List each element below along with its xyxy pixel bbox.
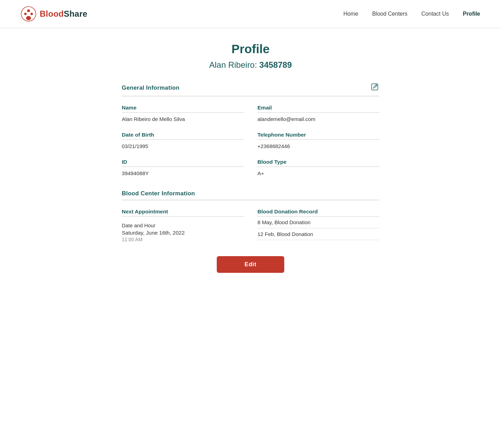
field-name: Name Alan Ribeiro de Mello Silva xyxy=(122,105,244,122)
pencil-icon xyxy=(371,83,379,91)
next-appointment-group: Next Appointment Date and Hour Saturday,… xyxy=(122,209,244,242)
dob-label: Date of Birth xyxy=(122,132,244,140)
user-id: 3458789 xyxy=(259,60,292,70)
edit-button[interactable]: Edit xyxy=(217,256,284,273)
blood-type-label: Blood Type xyxy=(257,159,379,167)
next-appointment-label: Next Appointment xyxy=(122,209,244,217)
page-title: Profile xyxy=(122,42,379,56)
appointment-subfield: Date and Hour Saturday, June 16th, 2022 … xyxy=(122,223,244,242)
blood-type-value: A+ xyxy=(257,170,379,176)
phone-value: +2368682446 xyxy=(257,142,379,149)
nav-item-contact-us[interactable]: Contact Us xyxy=(421,11,449,17)
field-phone: Telephone Number +2368682446 xyxy=(257,132,379,149)
navbar: BloodShare Home Blood Centers Contact Us… xyxy=(0,0,501,28)
donation-record-item-0: 8 May, Blood Donation xyxy=(257,219,379,228)
id-value: 39494088Y xyxy=(122,170,244,176)
nav-links: Home Blood Centers Contact Us Profile xyxy=(343,11,480,17)
nav-item-blood-centers[interactable]: Blood Centers xyxy=(372,11,407,17)
general-info-header: General Information xyxy=(122,82,379,96)
appointment-sublabel: Date and Hour xyxy=(122,223,244,228)
blood-center-grid: Next Appointment Date and Hour Saturday,… xyxy=(122,209,379,242)
general-info-fields: Name Alan Ribeiro de Mello Silva Email a… xyxy=(122,105,379,176)
field-blood-type: Blood Type A+ xyxy=(257,159,379,176)
logo: BloodShare xyxy=(21,6,87,22)
nav-item-home[interactable]: Home xyxy=(343,11,358,17)
user-name: Alan Ribeiro: xyxy=(209,60,257,70)
donation-record-group: Blood Donation Record 8 May, Blood Donat… xyxy=(257,209,379,242)
svg-point-1 xyxy=(27,9,30,12)
logo-icon xyxy=(21,6,36,22)
general-info-section: General Information Name Alan Ribeiro de… xyxy=(122,82,379,176)
user-subtitle: Alan Ribeiro: 3458789 xyxy=(122,60,379,70)
main-content: Profile Alan Ribeiro: 3458789 General In… xyxy=(115,28,386,301)
edit-pencil-button[interactable] xyxy=(370,82,379,93)
logo-text: BloodShare xyxy=(40,9,87,19)
field-dob: Date of Birth 03/21/1995 xyxy=(122,132,244,149)
name-value: Alan Ribeiro de Mello Silva xyxy=(122,115,244,122)
blood-center-title: Blood Center Information xyxy=(122,190,195,197)
edit-btn-container: Edit xyxy=(122,256,379,273)
donation-record-item-1: 12 Feb, Blood Donation xyxy=(257,228,379,240)
email-label: Email xyxy=(257,105,379,113)
blood-center-header: Blood Center Information xyxy=(122,190,379,200)
nav-item-profile[interactable]: Profile xyxy=(463,11,480,17)
svg-rect-4 xyxy=(372,84,378,90)
dob-value: 03/21/1995 xyxy=(122,142,244,149)
name-label: Name xyxy=(122,105,244,113)
email-value: alandemello@email.com xyxy=(257,115,379,122)
field-id: ID 39494088Y xyxy=(122,159,244,176)
appointment-date: Saturday, June 16th, 2022 xyxy=(122,230,244,236)
id-label: ID xyxy=(122,159,244,167)
phone-label: Telephone Number xyxy=(257,132,379,140)
donation-record-list: 8 May, Blood Donation 12 Feb, Blood Dona… xyxy=(257,219,379,240)
svg-point-3 xyxy=(31,13,33,15)
blood-center-section: Blood Center Information Next Appointmen… xyxy=(122,190,379,242)
donation-record-label: Blood Donation Record xyxy=(257,209,379,217)
svg-point-2 xyxy=(24,13,27,15)
general-info-title: General Information xyxy=(122,84,180,91)
field-email: Email alandemello@email.com xyxy=(257,105,379,122)
appointment-time: 11:00 AM xyxy=(122,237,244,242)
